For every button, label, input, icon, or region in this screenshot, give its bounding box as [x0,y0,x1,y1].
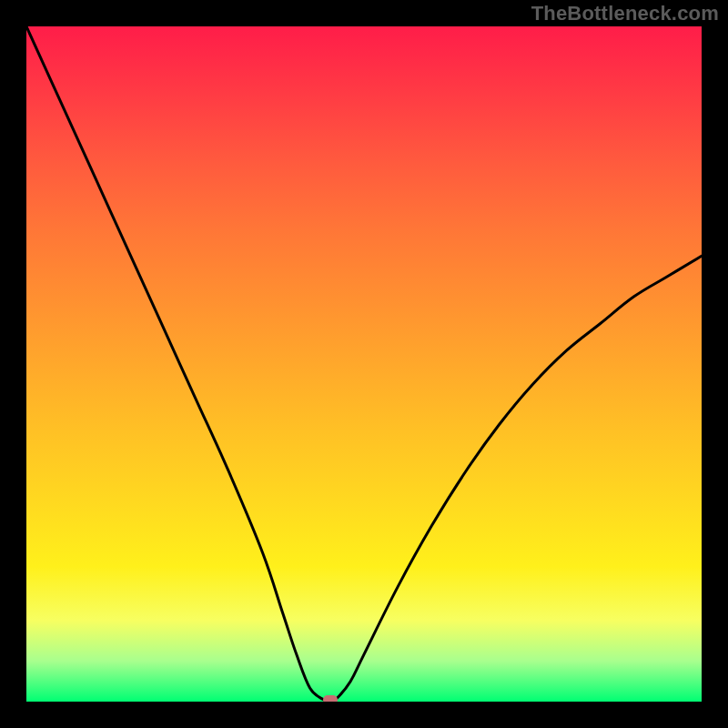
plot-area [26,26,702,702]
chart-frame: TheBottleneck.com [0,0,728,728]
optimal-marker [323,695,338,702]
watermark-text: TheBottleneck.com [531,2,719,25]
bottleneck-curve [26,26,702,702]
